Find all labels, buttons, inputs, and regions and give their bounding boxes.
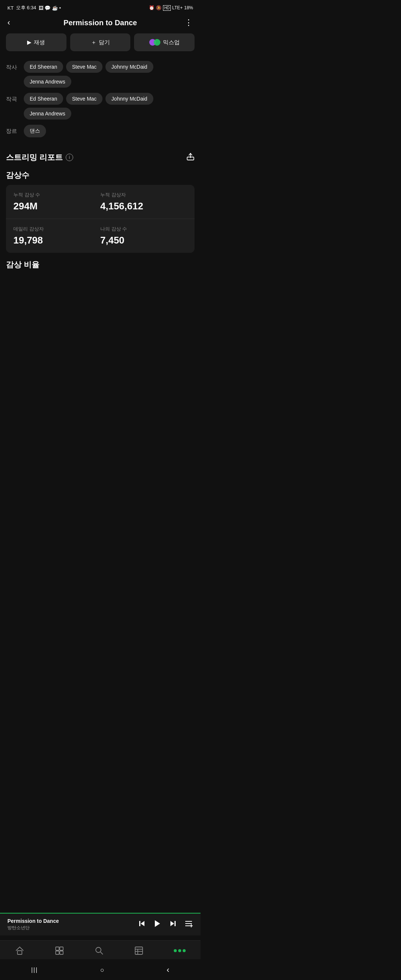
svg-point-1 — [154, 39, 161, 46]
view-count-title: 감상수 — [0, 166, 200, 185]
add-button[interactable]: ＋ 담기 — [70, 33, 131, 51]
mute-icon: 🔕 — [156, 5, 162, 10]
back-button[interactable]: ‹ — [8, 18, 19, 27]
genre-tags: 댄스 — [24, 125, 194, 137]
lyricist-tag-0[interactable]: Ed Sheeran — [24, 61, 63, 73]
play-label: 재생 — [34, 39, 45, 46]
info-section: 작사 Ed Sheeran Steve Mac Johnny McDaid Je… — [0, 59, 200, 145]
genre-row: 장르 댄스 — [6, 125, 194, 137]
composer-tag-2[interactable]: Johnny McDaid — [105, 93, 153, 105]
hd-icon: HD — [163, 5, 170, 11]
info-circle-icon[interactable]: i — [66, 154, 73, 161]
daily-listeners-value: 19,798 — [13, 235, 100, 246]
mixup-icon — [149, 38, 161, 46]
status-bar: KT 오후 6:34 🖼 💬 ☕ • ⏰ 🔕 HD LTE+ 18% — [0, 0, 200, 14]
stats-card: 누적 감상 수 294M 누적 감상자 4,156,612 데일리 감상자 19… — [6, 185, 194, 253]
battery-label: 18% — [184, 5, 193, 10]
more-menu-button[interactable]: ⋮ — [182, 18, 193, 27]
cumulative-listeners-label: 누적 감상자 — [100, 191, 187, 198]
my-views-value: 7,450 — [100, 235, 187, 246]
ratio-title: 감상 비율 — [0, 253, 200, 273]
my-views-label: 나의 감상 수 — [100, 226, 187, 232]
lyricist-row: 작사 Ed Sheeran Steve Mac Johnny McDaid Je… — [6, 61, 194, 88]
cumulative-views-cell: 누적 감상 수 294M — [13, 191, 100, 212]
page-title: Permission to Dance — [19, 19, 182, 27]
composer-label: 작곡 — [6, 93, 19, 103]
composer-row: 작곡 Ed Sheeran Steve Mac Johnny McDaid Je… — [6, 93, 194, 119]
play-button[interactable]: ▶ 재생 — [6, 33, 67, 51]
lyricist-label: 작사 — [6, 61, 19, 71]
genre-tag-0[interactable]: 댄스 — [24, 125, 46, 137]
my-views-cell: 나의 감상 수 7,450 — [100, 226, 187, 246]
header: ‹ Permission to Dance ⋮ — [0, 14, 200, 33]
mixup-button[interactable]: 믹스업 — [134, 33, 194, 51]
mixup-label: 믹스업 — [163, 39, 180, 46]
streaming-report-header: 스트리밍 리포트 i — [0, 145, 200, 166]
carrier-label: KT — [8, 5, 14, 11]
notification-icons: 🖼 💬 ☕ • — [38, 5, 61, 11]
play-icon: ▶ — [27, 39, 32, 46]
action-buttons: ▶ 재생 ＋ 담기 믹스업 — [0, 33, 200, 59]
lyricist-tag-2[interactable]: Johnny McDaid — [105, 61, 153, 73]
composer-tag-0[interactable]: Ed Sheeran — [24, 93, 63, 105]
time-label: 오후 6:34 — [16, 5, 37, 11]
section-title-row: 스트리밍 리포트 i — [6, 152, 73, 162]
cumulative-views-label: 누적 감상 수 — [13, 191, 100, 198]
lyricist-tags: Ed Sheeran Steve Mac Johnny McDaid Jenna… — [24, 61, 194, 88]
cumulative-views-value: 294M — [13, 200, 100, 212]
share-button[interactable] — [186, 153, 194, 162]
signal-label: LTE+ — [172, 5, 183, 10]
composer-tags: Ed Sheeran Steve Mac Johnny McDaid Jenna… — [24, 93, 194, 119]
stats-row-bottom: 데일리 감상자 19,798 나의 감상 수 7,450 — [6, 219, 194, 253]
alarm-icon: ⏰ — [149, 5, 154, 10]
stats-row-top: 누적 감상 수 294M 누적 감상자 4,156,612 — [6, 185, 194, 219]
lyricist-tag-1[interactable]: Steve Mac — [66, 61, 102, 73]
cumulative-listeners-value: 4,156,612 — [100, 200, 187, 212]
cumulative-listeners-cell: 누적 감상자 4,156,612 — [100, 191, 187, 212]
status-right: ⏰ 🔕 HD LTE+ 18% — [149, 5, 193, 11]
daily-listeners-cell: 데일리 감상자 19,798 — [13, 226, 100, 246]
status-left: KT 오후 6:34 🖼 💬 ☕ • — [8, 5, 61, 11]
add-label: 담기 — [99, 39, 110, 46]
lyricist-tag-3[interactable]: Jenna Andrews — [24, 76, 71, 88]
add-icon: ＋ — [91, 39, 97, 46]
composer-tag-3[interactable]: Jenna Andrews — [24, 108, 71, 119]
daily-listeners-label: 데일리 감상자 — [13, 226, 100, 232]
composer-tag-1[interactable]: Steve Mac — [66, 93, 102, 105]
genre-label: 장르 — [6, 125, 19, 135]
streaming-report-title: 스트리밍 리포트 — [6, 152, 63, 162]
